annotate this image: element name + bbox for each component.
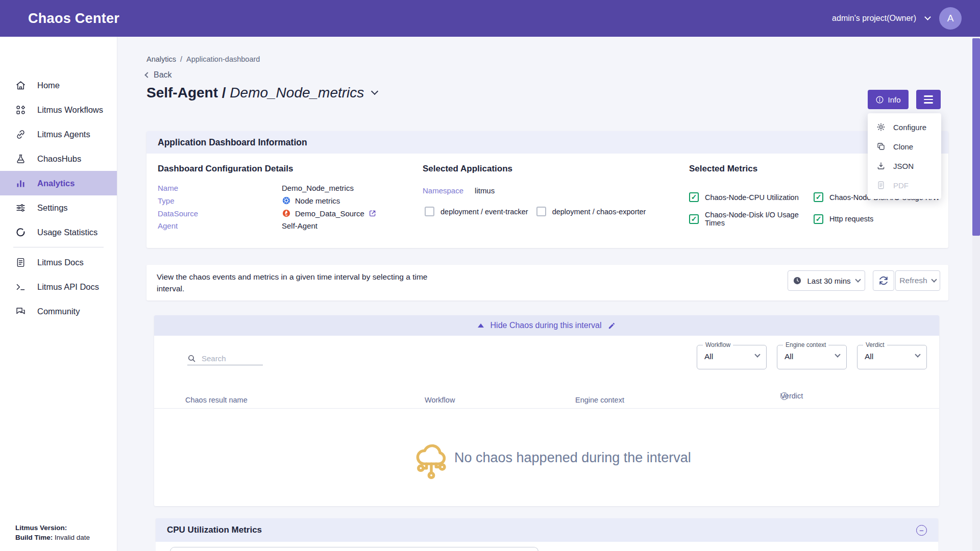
sidebar-item-litmus-workflows[interactable]: Litmus Workflows	[0, 97, 117, 122]
chevron-down-icon	[855, 277, 861, 282]
checkbox-cpu-utilization[interactable]: Chaos-Node-CPU Utilization	[689, 192, 814, 202]
checkbox-http-requests[interactable]: Http requests	[814, 211, 940, 227]
time-interval-description: View the chaos events and metrics in a g…	[157, 271, 440, 295]
cpu-metrics-panel-header: CPU Utilization Metrics −	[156, 518, 938, 542]
download-icon	[876, 161, 886, 170]
topbar: Chaos Center admin's project(Owner) A	[0, 0, 980, 37]
hide-chaos-toggle[interactable]: Hide Chaos during this interval	[154, 315, 939, 336]
panel-header: Application Dashboard Information	[146, 131, 948, 154]
sidebar-item-usage-statistics[interactable]: Usage Statistics	[0, 220, 117, 244]
node-metrics-icon	[282, 196, 291, 205]
search-icon	[187, 354, 196, 363]
project-selector-label[interactable]: admin's project(Owner)	[832, 14, 916, 23]
sidebar-item-litmus-agents[interactable]: Litmus Agents	[0, 122, 117, 146]
workflow-filter-select[interactable]: Workflow All	[697, 345, 767, 369]
search-input[interactable]	[201, 354, 258, 363]
info-button[interactable]: Info	[868, 90, 909, 109]
verdict-filter-select[interactable]: Verdict All	[857, 345, 927, 369]
sidebar-item-label: Settings	[37, 203, 68, 213]
checkbox-disk-io-times[interactable]: Chaos-Node-Disk I/O Usage Times	[689, 211, 814, 227]
verdict-info-icon[interactable]: i	[780, 392, 788, 400]
checkbox-checked-icon[interactable]	[689, 192, 699, 202]
sidebar-item-home[interactable]: Home	[0, 73, 117, 97]
sidebar-item-settings[interactable]: Settings	[0, 195, 117, 220]
sidebar-item-label: Litmus Workflows	[37, 105, 103, 115]
time-range-select[interactable]: Last 30 mins	[788, 270, 865, 291]
topbar-right: admin's project(Owner) A	[832, 7, 962, 30]
type-label: Type	[158, 196, 282, 205]
sidebar-item-label: Analytics	[37, 179, 75, 188]
column-workflow: Workflow	[425, 396, 455, 404]
time-interval-panel: View the chaos events and metrics in a g…	[146, 265, 948, 300]
app-title: Chaos Center	[28, 11, 119, 27]
cloud-circuit-icon	[413, 440, 449, 484]
refresh-interval-button[interactable]: Refresh	[895, 270, 940, 291]
checkbox-chaos-exporter[interactable]: deployment / chaos-exporter	[536, 207, 646, 216]
gear-icon	[876, 122, 886, 132]
sidebar: Home Litmus Workflows Litmus Agents Chao…	[0, 37, 117, 551]
workflows-icon	[15, 105, 26, 115]
sidebar-footer: Litmus Version: Build Time: Invalid date	[15, 523, 90, 543]
menu-item-label: Clone	[893, 142, 913, 151]
checkbox-icon[interactable]	[536, 207, 546, 216]
sidebar-nav: Home Litmus Workflows Litmus Agents Chao…	[0, 37, 117, 323]
options-menu-button[interactable]	[916, 90, 941, 109]
checkbox-checked-icon[interactable]	[814, 214, 823, 224]
agent-name: Self-Agent /	[146, 85, 230, 101]
menu-item-configure[interactable]: Configure	[868, 117, 941, 137]
breadcrumb-analytics[interactable]: Analytics	[146, 55, 176, 63]
back-button[interactable]: Back	[145, 70, 172, 80]
collapse-triangle-icon	[478, 323, 484, 328]
info-icon	[875, 95, 884, 104]
avatar[interactable]: A	[939, 7, 962, 30]
menu-item-label: JSON	[893, 162, 914, 170]
agent-value: Self-Agent	[282, 221, 317, 230]
title-dropdown-chevron-icon[interactable]	[371, 88, 378, 95]
chevron-down-icon	[754, 352, 760, 357]
chevron-down-icon	[931, 277, 937, 282]
chevron-down-icon	[915, 352, 920, 357]
checkbox-label: deployment / event-tracker	[440, 208, 528, 216]
options-menu: Configure Clone JSON PDF	[868, 113, 941, 199]
document-icon	[15, 257, 26, 268]
type-value: Node metrics	[295, 196, 340, 205]
usage-icon	[15, 227, 26, 238]
checkbox-checked-icon[interactable]	[814, 192, 823, 202]
info-button-label: Info	[888, 95, 900, 104]
hamburger-icon	[924, 95, 933, 96]
filter-value: All	[704, 352, 713, 361]
sidebar-item-litmus-api-docs[interactable]: Litmus API Docs	[0, 274, 117, 299]
sidebar-item-litmus-docs[interactable]: Litmus Docs	[0, 250, 117, 274]
build-time-value: Invalid date	[53, 534, 90, 541]
config-row-agent: Agent Self-Agent	[158, 221, 317, 230]
sidebar-item-label: ChaosHubs	[37, 154, 81, 164]
sidebar-item-analytics[interactable]: Analytics	[0, 171, 117, 195]
datasource-value: Demo_Data_Source	[295, 209, 364, 218]
scrollbar-thumb[interactable]	[972, 38, 980, 236]
checkbox-event-tracker[interactable]: deployment / event-tracker	[425, 207, 528, 216]
sidebar-item-community[interactable]: Community	[0, 299, 117, 323]
edit-pencil-icon[interactable]	[608, 322, 616, 330]
name-label: Name	[158, 184, 282, 192]
menu-item-pdf: PDF	[868, 176, 941, 195]
checkbox-checked-icon[interactable]	[689, 214, 699, 224]
engine-context-filter-select[interactable]: Engine context All	[777, 345, 847, 369]
scrollbar-track[interactable]	[972, 37, 980, 551]
collapse-minus-icon[interactable]: −	[916, 525, 927, 536]
menu-item-json[interactable]: JSON	[868, 156, 941, 176]
refresh-now-button[interactable]	[873, 270, 894, 291]
sidebar-item-label: Home	[37, 81, 60, 90]
sliders-icon	[15, 203, 26, 213]
sidebar-item-chaoshubs[interactable]: ChaosHubs	[0, 146, 117, 171]
applications-section-title: Selected Applications	[423, 164, 512, 174]
hide-chaos-label: Hide Chaos during this interval	[491, 321, 602, 330]
refresh-label: Refresh	[899, 276, 927, 285]
chevron-down-icon[interactable]	[924, 14, 931, 20]
breadcrumb: Analytics / Application-dashboard	[146, 55, 260, 63]
name-value: Demo_Node_metrics	[282, 184, 354, 192]
chevron-left-icon	[144, 72, 150, 78]
menu-item-clone[interactable]: Clone	[868, 137, 941, 156]
external-link-icon[interactable]	[369, 209, 377, 217]
breadcrumb-separator: /	[180, 55, 182, 63]
checkbox-icon[interactable]	[425, 207, 434, 216]
